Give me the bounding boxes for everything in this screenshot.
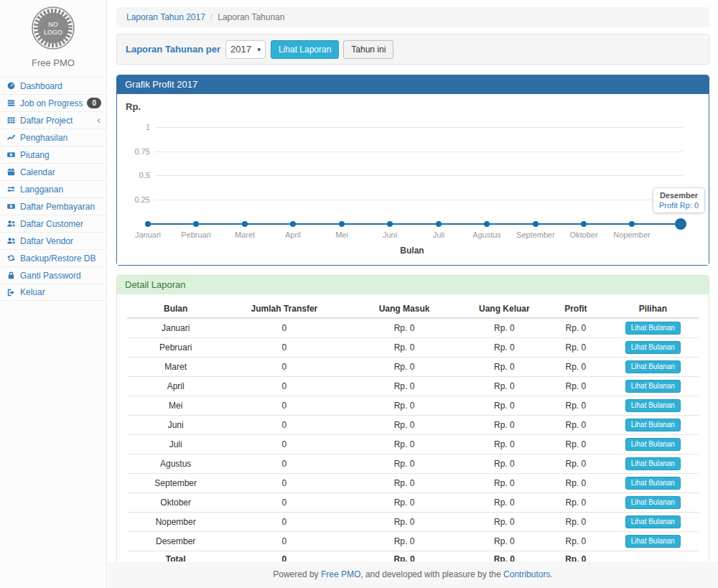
lihat-bulanan-button[interactable]: Lihat Bulanan — [625, 535, 681, 548]
chevron-left-icon: ‹ — [97, 114, 101, 126]
chart-point-juli[interactable] — [436, 221, 442, 227]
tasks-icon — [6, 98, 17, 108]
footer-link-free-pmo[interactable]: Free PMO — [321, 569, 360, 579]
cell-action: Lihat Bulanan — [607, 454, 699, 474]
cell-transfer: 0 — [224, 513, 344, 532]
chart-point-september[interactable] — [533, 221, 538, 227]
cell-transfer: 0 — [224, 493, 344, 513]
lihat-bulanan-button[interactable]: Lihat Bulanan — [625, 438, 681, 451]
cell-profit: Rp. 0 — [544, 493, 607, 513]
tahun-ini-button[interactable]: Tahun ini — [343, 40, 393, 59]
sidebar-item-label: Daftar Project — [20, 116, 73, 126]
cell-profit: Rp. 0 — [544, 474, 607, 493]
y-tick-label: 0.5 — [117, 170, 150, 180]
footer-link-contributors[interactable]: Contributors — [503, 569, 550, 579]
x-tick-label: Pebruari — [170, 230, 222, 239]
lihat-bulanan-button[interactable]: Lihat Bulanan — [625, 419, 681, 431]
x-tick-label: Maret — [219, 230, 271, 239]
sidebar-item-penghasilan[interactable]: Penghasilan — [0, 129, 106, 146]
lihat-bulanan-button[interactable]: Lihat Bulanan — [625, 322, 681, 335]
cell-profit: Rp. 0 — [544, 416, 607, 435]
cell-action: Lihat Bulanan — [607, 474, 699, 493]
cell-action: Lihat Bulanan — [607, 318, 699, 338]
x-axis-title: Bulan — [340, 246, 484, 256]
col-header-uang-keluar: Uang Keluar — [465, 300, 544, 318]
year-select-value: 2017 — [230, 44, 251, 55]
chart-point-april[interactable] — [290, 221, 296, 227]
breadcrumb: Laporan Tahun 2017 / Laporan Tahunan — [116, 7, 709, 27]
sidebar-item-daftar-vendor[interactable]: Daftar Vendor — [0, 232, 106, 249]
col-header-jumlah-transfer: Jumlah Transfer — [224, 300, 344, 318]
cell-month: Agustus — [127, 454, 224, 474]
cell-masuk: Rp. 0 — [344, 318, 464, 338]
lihat-bulanan-button[interactable]: Lihat Bulanan — [625, 399, 681, 412]
chart-point-pebruari[interactable] — [193, 221, 199, 227]
cell-transfer: 0 — [224, 338, 344, 358]
sidebar-item-label: Langganan — [20, 185, 63, 195]
lihat-bulanan-button[interactable]: Lihat Bulanan — [625, 341, 681, 354]
chevron-down-icon: ▾ — [257, 46, 261, 53]
sidebar-item-piutang[interactable]: Piutang — [0, 146, 106, 163]
sidebar-item-label: Backup/Restore DB — [20, 253, 95, 263]
sidebar-item-label: Piutang — [20, 150, 50, 160]
cell-profit: Rp. 0 — [544, 435, 607, 454]
footer-text-prefix: Powered by — [273, 569, 321, 579]
cell-month: Januari — [127, 318, 224, 338]
tooltip-value: Profit Rp: 0 — [659, 201, 699, 210]
cell-masuk: Rp. 0 — [344, 396, 464, 416]
table-icon — [6, 116, 17, 125]
cell-keluar: Rp. 0 — [465, 513, 544, 532]
lihat-bulanan-button[interactable]: Lihat Bulanan — [625, 496, 681, 509]
breadcrumb-link-laporan-tahun[interactable]: Laporan Tahun 2017 — [126, 12, 205, 22]
sidebar-item-daftar-project[interactable]: Daftar Project ‹ — [0, 111, 106, 129]
dashboard-icon — [6, 81, 17, 90]
cell-masuk: Rp. 0 — [344, 358, 464, 377]
sidebar-item-calendar[interactable]: Calendar — [0, 163, 106, 180]
lihat-bulanan-button[interactable]: Lihat Bulanan — [625, 477, 681, 490]
svg-text:NO: NO — [48, 21, 58, 28]
cell-month: Pebruari — [127, 338, 224, 358]
sidebar-item-label: Penghasilan — [20, 133, 67, 143]
y-tick-label: 0.75 — [117, 146, 150, 157]
lihat-bulanan-button[interactable]: Lihat Bulanan — [625, 360, 681, 373]
chart-point-nopember[interactable] — [629, 221, 635, 227]
sidebar-item-daftar-pembayaran[interactable]: Daftar Pembayaran — [0, 197, 106, 215]
sidebar-item-job-on-progress[interactable]: Job on Progress 0 — [0, 94, 106, 111]
gridline — [154, 200, 683, 200]
chart-point-desember[interactable] — [675, 218, 686, 230]
cell-transfer: 0 — [224, 435, 344, 454]
chart-point-mei[interactable] — [339, 221, 345, 227]
cell-month: Oktober — [127, 493, 224, 513]
cell-profit: Rp. 0 — [544, 513, 607, 532]
cell-month: Juni — [127, 416, 224, 435]
sidebar-item-backup-restore-db[interactable]: Backup/Restore DB — [0, 249, 106, 266]
cell-masuk: Rp. 0 — [344, 416, 464, 435]
cell-action: Lihat Bulanan — [607, 416, 699, 435]
sidebar-item-dashboard[interactable]: Dashboard — [0, 77, 106, 94]
chart-point-maret[interactable] — [242, 221, 248, 227]
sidebar-item-label: Calendar — [20, 167, 55, 177]
chart-point-januari[interactable] — [145, 221, 151, 227]
chart-point-agustus[interactable] — [484, 221, 490, 227]
sidebar-item-daftar-customer[interactable]: Daftar Customer — [0, 215, 106, 232]
lihat-bulanan-button[interactable]: Lihat Bulanan — [625, 380, 681, 393]
sidebar-item-langganan[interactable]: Langganan — [0, 180, 106, 197]
lihat-bulanan-button[interactable]: Lihat Bulanan — [625, 515, 681, 528]
sidebar-item-ganti-password[interactable]: Ganti Password — [0, 266, 106, 284]
cell-profit: Rp. 0 — [544, 532, 607, 551]
x-tick-label: Juni — [364, 230, 416, 239]
cell-transfer: 0 — [224, 358, 344, 377]
breadcrumb-separator: / — [210, 12, 213, 22]
lihat-bulanan-button[interactable]: Lihat Bulanan — [625, 457, 681, 470]
cell-masuk: Rp. 0 — [344, 532, 464, 551]
tooltip-month: Desember — [659, 191, 699, 200]
lihat-laporan-button[interactable]: Lihat Laporan — [271, 40, 339, 59]
calendar-icon — [6, 167, 17, 177]
sidebar-item-keluar[interactable]: Keluar — [0, 284, 106, 301]
chart-point-juni[interactable] — [387, 221, 393, 227]
year-select[interactable]: 2017 ▾ — [225, 40, 266, 59]
chart-point-oktober[interactable] — [581, 221, 587, 227]
cell-action: Lihat Bulanan — [607, 435, 699, 454]
cell-keluar: Rp. 0 — [465, 318, 544, 338]
cell-keluar: Rp. 0 — [465, 493, 544, 513]
